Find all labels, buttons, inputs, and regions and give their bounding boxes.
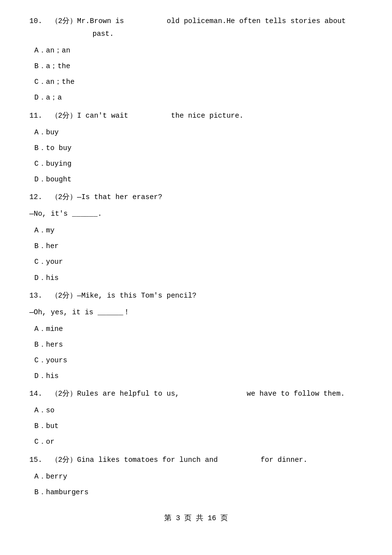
q14-score: （2分） [51,390,77,398]
q15-score: （2分） [51,456,77,464]
question-15-text: 15. （2分）Gina likes tomatoes for lunch an… [29,454,363,466]
q11-body: I can't wait the nice picture. [77,112,244,120]
q12-option-b: B．her [29,240,363,252]
q13-option-c: C．yours [29,354,363,367]
question-11-text: 11. （2分）I can't wait the nice picture. [29,109,363,122]
q10-score: （2分） [51,17,77,25]
q13-option-a: A．mine [29,323,363,335]
q14-option-a: A．so [29,404,363,417]
footer-text: 第 3 页 共 16 页 [164,514,228,522]
q13-dialog1: —Mike, is this Tom's pencil? [77,292,196,300]
q15-number: 15. [29,456,42,464]
q13-option-d: D．his [29,370,363,382]
question-10: 10. （2分）Mr.Brown is old policeman.He oft… [29,15,363,104]
q10-option-a: A．an；an [29,44,363,57]
q15-body: Gina likes tomatoes for lunch and for di… [77,456,307,464]
q14-option-b: B．but [29,420,363,432]
q10-option-c: C．an；the [29,76,363,88]
q13-number: 13. [29,292,42,300]
q11-number: 11. [29,112,42,120]
question-13-text: 13. （2分）—Mike, is this Tom's pencil? [29,289,363,302]
q11-score: （2分） [51,112,77,120]
question-12-text: 12. （2分）—Is that her eraser? [29,191,363,203]
q11-option-b: B．to buy [29,142,363,154]
q12-number: 12. [29,193,42,201]
page-footer: 第 3 页 共 16 页 [29,513,363,523]
q15-option-a: A．berry [29,470,363,483]
q10-body: Mr.Brown is old policeman.He often tells… [29,17,346,38]
question-14-text: 14. （2分）Rules are helpful to us, we have… [29,387,363,400]
q11-option-c: C．buying [29,157,363,170]
q14-number: 14. [29,390,42,398]
question-12: 12. （2分）—Is that her eraser? —No, it's _… [29,191,363,284]
q11-option-d: D．bought [29,173,363,186]
q13-score: （2分） [51,292,77,300]
q14-body: Rules are helpful to us, we have to foll… [77,390,344,398]
question-13: 13. （2分）—Mike, is this Tom's pencil? —Oh… [29,289,363,383]
q15-option-b: B．hamburgers [29,486,363,499]
q12-dialog1: —Is that her eraser? [77,193,162,201]
q10-number: 10. [29,17,42,25]
question-14: 14. （2分）Rules are helpful to us, we have… [29,387,363,448]
question-12-dialog2: —No, it's ______. [29,207,363,220]
q14-option-c: C．or [29,435,363,448]
q12-dialog2-text: —No, it's ______. [29,210,102,218]
q10-option-d: D．a；a [29,91,363,104]
question-10-text: 10. （2分）Mr.Brown is old policeman.He oft… [29,15,363,40]
q12-option-c: C．your [29,255,363,268]
question-11: 11. （2分）I can't wait the nice picture. A… [29,109,363,186]
q13-option-b: B．hers [29,338,363,351]
question-13-dialog2: —Oh, yes, it is ______！ [29,306,363,319]
q10-option-b: B．a；the [29,60,363,73]
q12-option-d: D．his [29,272,363,284]
question-15: 15. （2分）Gina likes tomatoes for lunch an… [29,454,363,499]
q11-option-a: A．buy [29,126,363,139]
q13-dialog2-text: —Oh, yes, it is ______！ [29,308,130,316]
q12-option-a: A．my [29,224,363,237]
q12-score: （2分） [51,193,77,201]
